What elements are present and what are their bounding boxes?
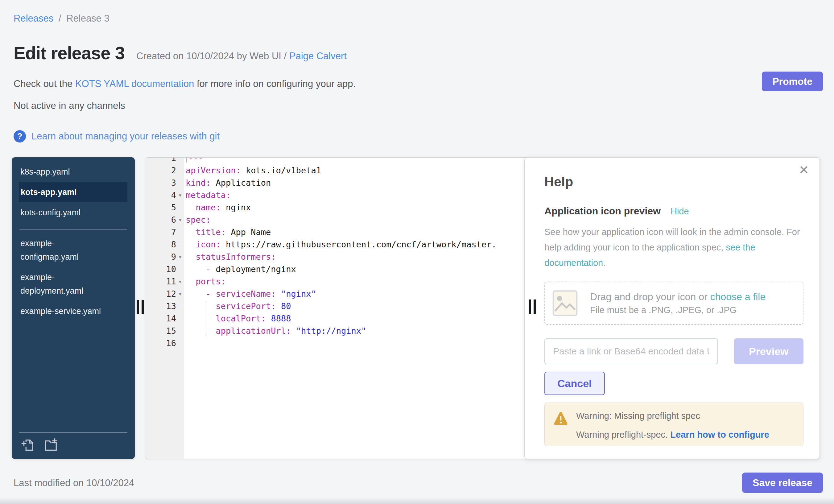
git-help-link[interactable]: Learn about managing your releases with … (31, 131, 220, 142)
file-tab-k8s-app.yaml[interactable]: k8s-app.yaml (19, 162, 108, 182)
new-folder-icon[interactable] (44, 438, 58, 452)
code-text: apiVersion: kots.io/v1beta1 (184, 165, 321, 177)
help-description-text: See how your application icon will look … (544, 227, 800, 252)
kots-docs-link[interactable]: KOTS YAML documentation (75, 78, 194, 89)
breadcrumb-releases-link[interactable]: Releases (14, 13, 53, 24)
fold-spacer (176, 263, 184, 276)
fold-arrow-icon[interactable]: ▾ (176, 214, 184, 226)
fold-spacer (176, 226, 184, 238)
filetree-resize-handle[interactable] (137, 300, 144, 314)
warning-content: Warning: Missing preflight spec Warning … (576, 411, 769, 440)
line-number: 7 (145, 226, 176, 238)
created-by-link[interactable]: Paige Calvert (289, 50, 347, 61)
code-text: applicationUrl: "http://nginx" (184, 325, 366, 337)
fold-spacer (176, 201, 184, 214)
file-tab-kots-app.yaml[interactable]: kots-app.yaml (19, 182, 127, 202)
line-number: 10 (145, 263, 176, 276)
warning-icon (553, 412, 568, 440)
new-file-icon[interactable] (21, 438, 35, 452)
line-number: 13 (145, 300, 176, 312)
created-text: Created on 10/10/2024 by Web UI / (136, 50, 289, 61)
dropzone-text: Drag and drop your icon or choose a file… (590, 291, 766, 315)
line-number: 12 (145, 288, 176, 300)
line-number: 6 (145, 214, 176, 226)
file-group-primary: k8s-app.yamlkots-app.yamlkots-config.yam… (19, 162, 127, 223)
help-panel-resize-handle[interactable] (529, 300, 536, 314)
line-number: 11 (145, 276, 176, 288)
line-number: 14 (145, 312, 176, 325)
page-title: Edit release 3 (14, 43, 125, 63)
fold-spacer (176, 337, 184, 349)
indent-guide (206, 301, 206, 336)
fold-arrow-icon[interactable]: ▾ (176, 276, 184, 288)
help-panel: ✕ Help Application icon preview Hide See… (524, 157, 820, 459)
configure-preflight-link[interactable]: Learn how to configure (670, 430, 769, 440)
code-text: statusInformers: (184, 251, 276, 263)
fold-arrow-icon[interactable]: ▾ (176, 189, 184, 201)
channel-status: Not active in any channels (14, 100, 125, 111)
line-number: 5 (145, 201, 176, 214)
fold-arrow-icon[interactable]: ▾ (176, 288, 184, 300)
help-description: See how your application icon will look … (544, 224, 804, 270)
choose-file-link[interactable]: choose a file (710, 291, 766, 302)
warning-body: Warning preflight-spec. Learn how to con… (576, 430, 769, 440)
file-tab-example-service.yaml[interactable]: example-service.yaml (19, 301, 108, 322)
close-icon[interactable]: ✕ (798, 164, 809, 176)
last-modified-text: Last modified on 10/10/2024 (14, 478, 134, 488)
fold-spacer (176, 165, 184, 177)
code-text: spec: (184, 214, 211, 226)
save-release-button[interactable]: Save release (742, 473, 823, 493)
text-cursor (186, 157, 186, 162)
line-number: 8 (145, 238, 176, 251)
code-text: name: nginx (184, 201, 251, 214)
help-title: Help (544, 174, 804, 190)
line-number: 9 (145, 251, 176, 263)
help-section-head: Application icon preview Hide (544, 205, 804, 217)
preview-button[interactable]: Preview (734, 338, 804, 364)
line-number: 1 (145, 157, 176, 165)
line-number: 16 (145, 337, 176, 349)
file-group-examples: example-configmap.yamlexample-deployment… (19, 233, 127, 322)
promote-button[interactable]: Promote (762, 71, 823, 91)
line-number: 2 (145, 165, 176, 177)
dropzone-hint: File must be a .PNG, .JPEG, or .JPG (590, 305, 766, 315)
code-text: icon: https://raw.githubusercontent.com/… (184, 238, 497, 251)
warning-title: Warning: Missing preflight spec (576, 411, 769, 421)
intro-after: for more info on configuring your app. (194, 78, 356, 89)
line-number: 4 (145, 189, 176, 201)
file-tree-divider (19, 229, 127, 229)
code-text: metadata: (184, 189, 231, 201)
fold-spacer (176, 325, 184, 337)
header-row: Edit release 3 Created on 10/10/2024 by … (14, 43, 347, 63)
hide-link[interactable]: Hide (671, 206, 689, 217)
warning-banner: Warning: Missing preflight spec Warning … (544, 402, 804, 446)
fold-arrow-icon[interactable]: ▾ (176, 251, 184, 263)
fold-spacer (176, 238, 184, 251)
dropzone-prompt: Drag and drop your icon or (590, 291, 710, 302)
file-tree-footer (19, 433, 127, 459)
line-number: 15 (145, 325, 176, 337)
code-text: kind: Application (184, 177, 271, 189)
code-text: ports: (184, 276, 226, 288)
fold-spacer (176, 157, 184, 165)
icon-dropzone[interactable]: Drag and drop your icon or choose a file… (544, 282, 804, 325)
fold-spacer (176, 300, 184, 312)
breadcrumb: Releases / Release 3 (14, 13, 109, 24)
code-text (184, 337, 186, 349)
image-placeholder-icon (552, 290, 578, 316)
breadcrumb-current: Release 3 (66, 13, 109, 24)
intro-before: Check out the (14, 78, 75, 89)
question-circle-icon: ? (14, 130, 26, 143)
file-tab-example-deployment.yaml[interactable]: example-deployment.yaml (19, 267, 108, 301)
icon-url-input[interactable] (544, 338, 718, 364)
file-tab-kots-config.yaml[interactable]: kots-config.yaml (19, 202, 108, 223)
file-tab-example-configmap.yaml[interactable]: example-configmap.yaml (19, 233, 108, 267)
breadcrumb-separator: / (59, 13, 61, 24)
help-description-suffix: . (603, 258, 606, 268)
intro-text: Check out the KOTS YAML documentation fo… (14, 78, 356, 89)
warning-body-text: Warning preflight-spec. (576, 430, 670, 440)
cancel-button[interactable]: Cancel (544, 372, 605, 395)
git-help-banner[interactable]: ? Learn about managing your releases wit… (14, 130, 220, 143)
help-section-title: Application icon preview (544, 205, 661, 217)
fold-spacer (176, 177, 184, 189)
